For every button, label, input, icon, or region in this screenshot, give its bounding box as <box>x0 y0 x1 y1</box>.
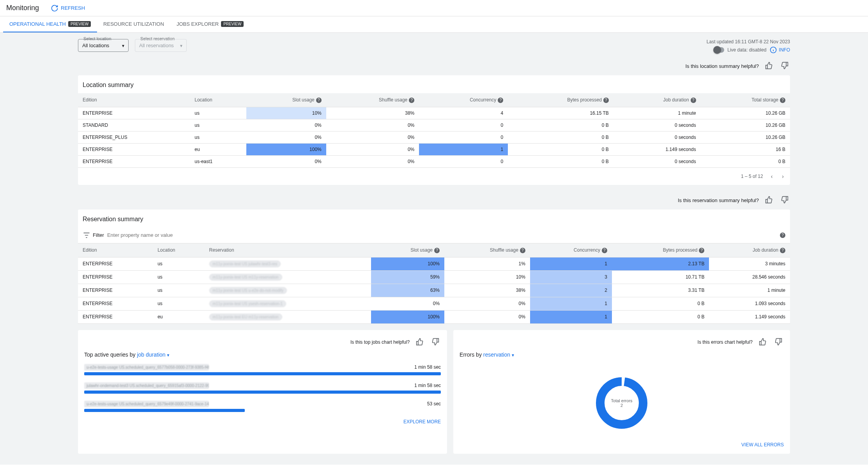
chevron-down-icon: ▼ <box>179 43 183 48</box>
tab-resource-utilization[interactable]: RESOURCE UTILIZATION <box>97 16 170 32</box>
thumbs-down-button[interactable] <box>779 60 790 72</box>
location-select[interactable]: All locations ▼ <box>78 39 129 52</box>
cell-location: us <box>153 270 204 284</box>
cell-job-duration: 1.093 seconds <box>709 297 790 310</box>
col-edition: Edition <box>78 243 153 257</box>
help-icon[interactable]: ? <box>316 98 322 103</box>
thumbs-down-icon <box>781 196 788 204</box>
feedback-prompt: Is this location summary helpful? <box>685 63 759 69</box>
refresh-icon <box>51 4 58 12</box>
top-queries-card: Is this top jobs chart helpful? Top acti… <box>78 330 447 454</box>
chart-title: Errors by reservation▼ <box>460 352 784 358</box>
errors-donut-chart: Total errors 2 <box>460 364 784 442</box>
query-duration: 1 min 58 sec <box>414 364 441 370</box>
sort-dropdown[interactable]: job duration▼ <box>137 352 170 358</box>
cell-slot-usage: 0% <box>371 297 444 310</box>
section-title: Reservation summary <box>78 210 790 227</box>
cell-shuffle-usage: 38% <box>444 284 530 297</box>
cell-slot-usage: 63% <box>371 284 444 297</box>
help-icon[interactable]: ? <box>780 233 785 238</box>
cell-job-duration: 1 minute <box>613 107 701 119</box>
explore-more-link[interactable]: EXPLORE MORE <box>84 419 441 424</box>
cell-concurrency: 0 <box>419 119 508 131</box>
cell-shuffle-usage: 0% <box>326 119 419 131</box>
cell-job-duration: 0 seconds <box>613 119 701 131</box>
col-shuffle-usage: Shuffle usage? <box>444 243 530 257</box>
tab-jobs-explorer[interactable]: JOBS EXPLORER PREVIEW <box>170 16 250 32</box>
col-concurrency: Concurrency? <box>419 93 508 107</box>
help-icon[interactable]: ? <box>603 98 609 103</box>
cell-location: eu <box>190 143 246 155</box>
reservation-select[interactable]: All reservations ▼ <box>135 39 187 52</box>
help-icon[interactable]: ? <box>780 98 785 103</box>
thumbs-up-button[interactable] <box>414 336 425 348</box>
help-icon[interactable]: ? <box>498 98 503 103</box>
cell-location: us <box>153 257 204 270</box>
table-row: ENTERPRISE eu m11y-jxxnix-test EU m11y-r… <box>78 310 790 323</box>
query-bar <box>84 391 441 394</box>
next-page-button[interactable]: › <box>780 172 785 181</box>
feedback-prompt: Is this top jobs chart helpful? <box>350 339 410 345</box>
donut-value: 2 <box>611 403 633 408</box>
view-all-errors-link[interactable]: VIEW ALL ERRORS <box>460 442 784 447</box>
cell-job-duration: 1.149 seconds <box>613 143 701 155</box>
cell-bytes-processed: 0 B <box>508 131 613 143</box>
cell-concurrency: 1 <box>419 143 508 155</box>
cell-reservation: m11y-jxxnix-test EU m11y-reservation <box>205 310 371 323</box>
cell-total-storage: 10.26 GB <box>701 131 790 143</box>
cell-reservation: m11y-jxxnix-test US julawhr-test3-res <box>205 257 371 270</box>
help-icon[interactable]: ? <box>780 248 785 253</box>
col-location: Location <box>190 93 246 107</box>
location-summary-table: Edition Location Slot usage? Shuffle usa… <box>78 93 790 168</box>
cell-location: us <box>190 107 246 119</box>
cell-bytes-processed: 2.13 TB <box>612 257 709 270</box>
col-slot-usage: Slot usage? <box>246 93 326 107</box>
cell-concurrency: 4 <box>419 107 508 119</box>
query-name: u-e2e-tests-usage US.scheduled_query_657… <box>84 401 209 407</box>
table-row: ENTERPRISE us m11y-jxxnix-test US julawh… <box>78 257 790 270</box>
table-row: ENTERPRISE_PLUS us 0% 0% 0 0 B 0 seconds… <box>78 131 790 143</box>
thumbs-down-icon <box>431 338 439 346</box>
cell-job-duration: 0 seconds <box>613 131 701 143</box>
cell-edition: ENTERPRISE <box>78 284 153 297</box>
cell-slot-usage: 100% <box>246 143 326 155</box>
cell-job-duration: 3 minutes <box>709 257 790 270</box>
table-row: ENTERPRISE us m11y-jxxnix-test US m11y-r… <box>78 270 790 284</box>
info-button[interactable]: INFO <box>769 46 790 54</box>
table-row: ENTERPRISE us m11y-jxxnix-test US u-e2e-… <box>78 284 790 297</box>
thumbs-down-button[interactable] <box>779 194 790 206</box>
group-dropdown[interactable]: reservation▼ <box>483 352 515 358</box>
thumbs-down-button[interactable] <box>773 336 784 348</box>
thumbs-up-button[interactable] <box>764 194 774 206</box>
help-icon[interactable]: ? <box>434 248 440 253</box>
last-updated: Last updated 16:11 GMT-8 22 Nov 2023 <box>707 39 790 44</box>
cell-slot-usage: 100% <box>371 310 444 323</box>
cell-edition: ENTERPRISE <box>78 270 153 284</box>
query-name: u-e2e-tests-usage US.scheduled_query_657… <box>84 364 209 371</box>
cell-bytes-processed: 0 B <box>508 143 613 155</box>
query-bar <box>84 372 441 375</box>
help-icon[interactable]: ? <box>699 248 704 253</box>
thumbs-down-button[interactable] <box>430 336 441 348</box>
thumbs-up-button[interactable] <box>757 336 768 348</box>
cell-concurrency: 1 <box>530 310 612 323</box>
thumbs-up-button[interactable] <box>764 60 774 72</box>
cell-bytes-processed: 0 B <box>612 310 709 323</box>
live-data-toggle[interactable] <box>714 47 724 53</box>
refresh-button[interactable]: REFRESH <box>51 4 85 12</box>
cell-concurrency: 1 <box>530 297 612 310</box>
cell-bytes-processed: 16.15 TB <box>508 107 613 119</box>
help-icon[interactable]: ? <box>691 98 696 103</box>
filter-input[interactable] <box>107 232 777 238</box>
cell-edition: ENTERPRISE <box>78 257 153 270</box>
col-job-duration: Job duration? <box>709 243 790 257</box>
prev-page-button[interactable]: ‹ <box>769 172 774 181</box>
help-icon[interactable]: ? <box>409 98 414 103</box>
help-icon[interactable]: ? <box>520 248 525 253</box>
tab-operational-health[interactable]: OPERATIONAL HEALTH PREVIEW <box>3 16 97 32</box>
cell-edition: ENTERPRISE <box>78 143 190 155</box>
page-title: Monitoring <box>6 4 39 12</box>
help-icon[interactable]: ? <box>602 248 607 253</box>
cell-shuffle-usage: 38% <box>326 107 419 119</box>
cell-total-storage: 16 B <box>701 143 790 155</box>
